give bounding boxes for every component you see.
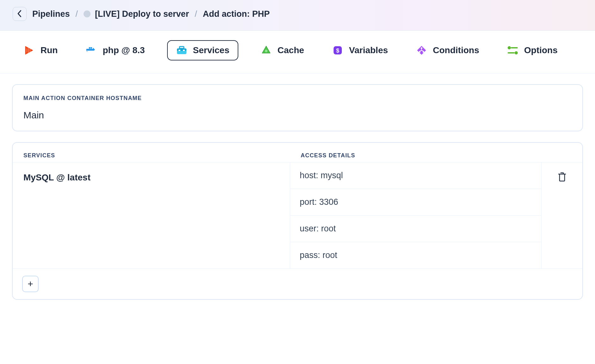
cache-icon bbox=[260, 45, 272, 56]
svg-point-13 bbox=[421, 47, 422, 49]
chevron-left-icon bbox=[17, 10, 22, 18]
access-header: ACCESS DETAILS bbox=[301, 152, 572, 159]
tab-conditions[interactable]: Conditions bbox=[410, 41, 485, 59]
svg-rect-4 bbox=[91, 47, 92, 49]
svg-point-10 bbox=[265, 50, 267, 52]
services-panel: SERVICES ACCESS DETAILS MySQL @ latest h… bbox=[12, 142, 583, 300]
back-button[interactable] bbox=[13, 7, 27, 21]
access-pass[interactable]: pass: root bbox=[290, 242, 541, 268]
tab-variables[interactable]: $ Variables bbox=[326, 41, 394, 59]
breadcrumb-deploy-group[interactable]: [LIVE] Deploy to server bbox=[84, 9, 189, 19]
breadcrumb-separator: / bbox=[76, 9, 78, 19]
svg-rect-9 bbox=[183, 50, 185, 51]
breadcrumb: Pipelines / [LIVE] Deploy to server / Ad… bbox=[32, 9, 270, 19]
delete-icon[interactable] bbox=[557, 172, 567, 183]
access-port[interactable]: port: 3306 bbox=[290, 189, 541, 216]
row-actions bbox=[541, 162, 582, 268]
tab-php[interactable]: php @ 8.3 bbox=[80, 41, 150, 59]
tabs-bar: Run php @ 8.3 Services Cache $ Variables… bbox=[0, 31, 595, 73]
service-name[interactable]: MySQL @ latest bbox=[13, 162, 290, 268]
options-icon bbox=[507, 45, 518, 56]
svg-point-15 bbox=[423, 51, 424, 53]
tab-cache-label: Cache bbox=[278, 45, 304, 55]
breadcrumb-current: Add action: PHP bbox=[203, 9, 270, 19]
add-service-button[interactable]: + bbox=[22, 276, 39, 292]
breadcrumb-pipelines[interactable]: Pipelines bbox=[32, 9, 70, 19]
services-header: SERVICES bbox=[23, 152, 301, 159]
tab-run[interactable]: Run bbox=[18, 41, 63, 59]
tab-php-label: php @ 8.3 bbox=[103, 45, 145, 55]
tab-cache[interactable]: Cache bbox=[255, 41, 310, 59]
svg-rect-8 bbox=[178, 50, 180, 51]
svg-rect-2 bbox=[91, 49, 92, 51]
tab-conditions-label: Conditions bbox=[433, 45, 479, 55]
tab-variables-label: Variables bbox=[349, 45, 388, 55]
main-hostname-label: MAIN ACTION CONTAINER HOSTNAME bbox=[23, 95, 572, 102]
svg-point-14 bbox=[419, 51, 420, 53]
conditions-icon bbox=[416, 45, 427, 56]
svg-rect-0 bbox=[87, 49, 89, 51]
tab-run-label: Run bbox=[41, 45, 58, 55]
svg-point-18 bbox=[515, 51, 518, 54]
main-hostname-panel[interactable]: MAIN ACTION CONTAINER HOSTNAME Main bbox=[12, 84, 583, 131]
svg-rect-7 bbox=[179, 47, 184, 48]
variables-icon: $ bbox=[332, 45, 343, 56]
docker-icon bbox=[85, 45, 97, 56]
plus-icon: + bbox=[28, 279, 33, 289]
svg-point-16 bbox=[508, 46, 511, 49]
content-area: MAIN ACTION CONTAINER HOSTNAME Main SERV… bbox=[0, 73, 595, 321]
breadcrumb-deploy: [LIVE] Deploy to server bbox=[95, 9, 189, 19]
tab-services-label: Services bbox=[193, 45, 229, 55]
svg-text:$: $ bbox=[336, 47, 339, 54]
tab-services[interactable]: Services bbox=[167, 40, 238, 60]
svg-rect-1 bbox=[89, 49, 91, 51]
tab-options[interactable]: Options bbox=[501, 41, 563, 59]
access-user[interactable]: user: root bbox=[290, 216, 541, 242]
tab-options-label: Options bbox=[524, 45, 558, 55]
breadcrumb-separator: / bbox=[195, 9, 197, 19]
services-footer: + bbox=[13, 268, 582, 299]
toolbox-icon bbox=[176, 45, 187, 56]
status-dot-icon bbox=[84, 10, 91, 17]
main-hostname-value: Main bbox=[23, 110, 572, 121]
play-icon bbox=[23, 45, 35, 56]
header-bar: Pipelines / [LIVE] Deploy to server / Ad… bbox=[0, 0, 595, 31]
access-host[interactable]: host: mysql bbox=[290, 162, 541, 189]
service-row: MySQL @ latest host: mysql port: 3306 us… bbox=[13, 162, 582, 268]
svg-rect-3 bbox=[89, 47, 91, 49]
access-list: host: mysql port: 3306 user: root pass: … bbox=[290, 162, 541, 268]
